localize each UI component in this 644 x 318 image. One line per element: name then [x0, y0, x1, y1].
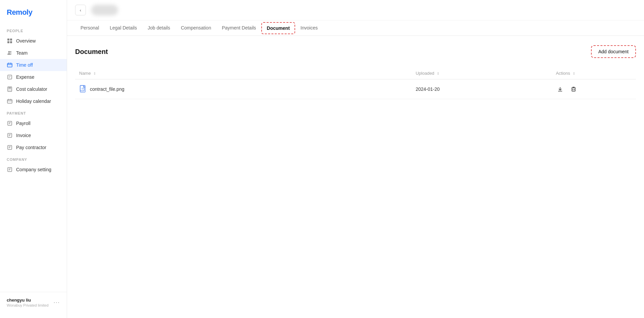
svg-point-13 — [8, 90, 9, 91]
col-header-name: Name ⇕ — [75, 67, 412, 79]
sidebar-item-holiday-calendar[interactable]: Holiday calendar — [0, 95, 67, 107]
svg-point-4 — [8, 51, 10, 53]
download-button[interactable] — [556, 85, 565, 93]
calculator-icon — [7, 86, 13, 92]
svg-rect-0 — [7, 39, 9, 41]
sidebar-footer-company: Wonabuy Privated limited — [7, 303, 49, 307]
sidebar-item-cost-calculator-label: Cost calculator — [16, 86, 47, 92]
sidebar: Remoly PEOPLE Overview Team Time off Exp… — [0, 0, 67, 318]
svg-point-14 — [9, 90, 10, 91]
invoice-icon — [7, 132, 13, 138]
svg-rect-7 — [8, 75, 12, 79]
sidebar-item-company-setting-label: Company setting — [16, 167, 51, 172]
team-icon — [7, 50, 13, 56]
page-content: Document Add document Name ⇕ Uploaded ⇕ … — [67, 36, 644, 318]
tab-job-details[interactable]: Job details — [142, 20, 175, 36]
file-icon — [79, 85, 87, 93]
uploaded-date-cell: 2024-01-20 — [412, 79, 552, 99]
sidebar-item-expense-label: Expense — [16, 74, 34, 80]
section-label-payment: PAYMENT — [0, 107, 67, 117]
section-label-company: COMPANY — [0, 153, 67, 164]
sidebar-item-payroll-label: Payroll — [16, 121, 31, 126]
sidebar-item-invoice[interactable]: Invoice — [0, 129, 67, 141]
sidebar-item-payroll[interactable]: Payroll — [0, 117, 67, 129]
uploaded-sort-icon[interactable]: ⇕ — [437, 72, 439, 75]
svg-point-5 — [10, 51, 11, 53]
tab-document[interactable]: Document — [261, 22, 295, 34]
tab-bar: Personal Legal Details Job details Compe… — [67, 20, 644, 36]
table-header: Name ⇕ Uploaded ⇕ Actions ⇕ — [75, 67, 636, 79]
back-button[interactable]: ‹ — [75, 5, 86, 15]
delete-button[interactable] — [569, 85, 578, 93]
tab-legal-details[interactable]: Legal Details — [104, 20, 142, 36]
file-name: contract_file.png — [90, 86, 124, 92]
file-name-cell: contract_file.png — [75, 79, 412, 99]
sidebar-item-pay-contractor[interactable]: Pay contractor — [0, 141, 67, 153]
avatar — [91, 5, 118, 15]
table-body: contract_file.png 2024-01-20 — [75, 79, 636, 99]
svg-point-10 — [8, 89, 9, 90]
avatar-area — [91, 5, 118, 15]
documents-table: Name ⇕ Uploaded ⇕ Actions ⇕ — [75, 67, 636, 99]
expense-icon — [7, 74, 13, 80]
sidebar-item-holiday-calendar-label: Holiday calendar — [16, 99, 51, 104]
sidebar-item-invoice-label: Invoice — [16, 133, 31, 138]
sidebar-item-overview[interactable]: Overview — [0, 35, 67, 47]
table-row: contract_file.png 2024-01-20 — [75, 79, 636, 99]
top-bar: ‹ — [67, 0, 644, 20]
app-logo: Remoly — [0, 5, 67, 25]
svg-point-15 — [10, 90, 11, 91]
tab-compensation[interactable]: Compensation — [175, 20, 216, 36]
tab-payment-details[interactable]: Payment Details — [216, 20, 261, 36]
svg-rect-16 — [7, 100, 12, 103]
sidebar-footer-username: chengyu liu — [7, 298, 49, 303]
sidebar-item-cost-calculator[interactable]: Cost calculator — [0, 83, 67, 95]
svg-rect-1 — [10, 39, 12, 41]
svg-rect-17 — [8, 121, 12, 125]
sidebar-footer-more-button[interactable]: ··· — [54, 300, 60, 306]
tab-invoices[interactable]: Invoices — [295, 20, 323, 36]
sidebar-item-company-setting[interactable]: Company setting — [0, 164, 67, 176]
name-sort-icon[interactable]: ⇕ — [93, 72, 96, 75]
svg-rect-18 — [8, 133, 12, 137]
holiday-calendar-icon — [7, 98, 13, 104]
svg-rect-19 — [8, 145, 12, 149]
sidebar-item-expense[interactable]: Expense — [0, 71, 67, 83]
sidebar-item-overview-label: Overview — [16, 38, 36, 44]
col-header-actions: Actions ⇕ — [552, 67, 636, 79]
svg-point-11 — [9, 89, 10, 90]
page-header: Document Add document — [75, 45, 636, 58]
sidebar-item-timeoff-label: Time off — [16, 62, 33, 68]
svg-rect-20 — [8, 168, 12, 172]
sidebar-footer-userinfo: chengyu liu Wonabuy Privated limited — [7, 298, 49, 307]
section-label-people: PEOPLE — [0, 25, 67, 35]
tab-personal[interactable]: Personal — [75, 20, 104, 36]
pay-contractor-icon — [7, 144, 13, 150]
svg-rect-2 — [7, 41, 9, 43]
page-title: Document — [75, 48, 108, 56]
timeoff-icon — [7, 62, 13, 68]
company-setting-icon — [7, 167, 13, 173]
col-header-uploaded: Uploaded ⇕ — [412, 67, 552, 79]
main-content: ‹ Personal Legal Details Job details Com… — [67, 0, 644, 318]
svg-rect-6 — [7, 63, 12, 67]
payroll-icon — [7, 120, 13, 126]
sidebar-item-team-label: Team — [16, 50, 28, 56]
svg-point-12 — [10, 89, 11, 90]
svg-rect-3 — [10, 41, 12, 43]
add-document-button[interactable]: Add document — [591, 45, 636, 58]
sidebar-item-team[interactable]: Team — [0, 47, 67, 59]
actions-sort-icon[interactable]: ⇕ — [573, 72, 575, 75]
svg-rect-23 — [572, 88, 575, 91]
sidebar-item-timeoff[interactable]: Time off — [0, 59, 67, 71]
sidebar-item-pay-contractor-label: Pay contractor — [16, 145, 46, 150]
overview-icon — [7, 38, 13, 44]
actions-cell — [552, 79, 636, 99]
sidebar-footer: chengyu liu Wonabuy Privated limited ··· — [0, 292, 67, 313]
svg-rect-9 — [8, 87, 11, 88]
